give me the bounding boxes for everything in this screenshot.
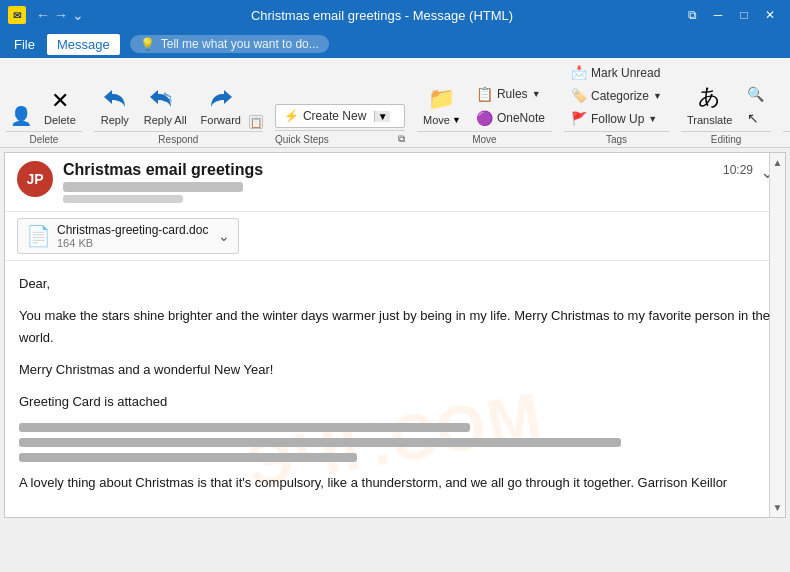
editing-small-stack: 🔍 ↖ <box>740 83 771 129</box>
menu-message[interactable]: Message <box>47 34 120 55</box>
rules-label: Rules <box>497 87 528 101</box>
create-new-label: Create New <box>303 109 366 123</box>
onenote-label: OneNote <box>497 111 545 125</box>
quick-steps-label: Quick Steps <box>275 134 329 145</box>
editing-group-label: Editing <box>681 131 771 145</box>
categorize-label: Categorize <box>591 89 649 103</box>
window-title: Christmas email greetings - Message (HTM… <box>84 8 680 23</box>
attachment-info: Christmas-greeting-card.doc 164 KB <box>57 223 208 249</box>
delete-group-label: Delete <box>6 131 82 145</box>
zoom-group-label: Zoom <box>783 131 790 145</box>
reply-icon <box>102 86 128 112</box>
title-bar: ✉ ← → ⌄ Christmas email greetings - Mess… <box>0 0 790 30</box>
email-greeting: Dear, <box>19 273 771 295</box>
app-icon: ✉ <box>8 6 26 24</box>
move-label-row: Move ▼ <box>423 114 461 126</box>
delete-icon: ✕ <box>51 90 69 112</box>
move-label: Move <box>423 114 450 126</box>
move-dropdown-icon: ▼ <box>452 115 461 125</box>
rules-icon: 📋 <box>476 86 493 102</box>
categorize-arrow: ▼ <box>653 91 662 101</box>
ribbon-group-zoom: 🔍 Zoom Zoom <box>783 62 790 145</box>
menu-bar: File Message Tell me what you want to do… <box>0 30 790 58</box>
attachment-name: Christmas-greeting-card.doc <box>57 223 208 237</box>
cursor-button[interactable]: ↖ <box>740 107 771 129</box>
follow-up-button[interactable]: 🚩 Follow Up ▼ <box>564 108 669 129</box>
delete-button[interactable]: ✕ Delete <box>38 87 82 129</box>
search-ribbon-icon: 🔍 <box>747 86 764 102</box>
ribbon-group-delete: 👤 ✕ Delete Delete <box>6 62 82 145</box>
scroll-up-arrow[interactable]: ▲ <box>771 155 785 170</box>
title-bar-nav[interactable]: ← → ⌄ <box>36 7 84 23</box>
mark-unread-button[interactable]: 📩 Mark Unread <box>564 62 669 83</box>
search-ribbon-button[interactable]: 🔍 <box>740 83 771 105</box>
menu-file[interactable]: File <box>4 34 45 55</box>
tell-me-input[interactable]: Tell me what you want to do... <box>130 35 329 53</box>
forward-label: Forward <box>201 114 241 126</box>
categorize-button[interactable]: 🏷️ Categorize ▼ <box>564 85 669 106</box>
attachment-item[interactable]: 📄 Christmas-greeting-card.doc 164 KB ⌄ <box>17 218 239 254</box>
follow-up-label: Follow Up <box>591 112 644 126</box>
onenote-button[interactable]: 🟣 OneNote <box>469 107 552 129</box>
move-icon: 📁 <box>428 86 455 112</box>
mark-unread-label: Mark Unread <box>591 66 660 80</box>
title-bar-left: ✉ ← → ⌄ <box>8 6 84 24</box>
tags-group-label: Tags <box>564 131 669 145</box>
close-button[interactable]: ✕ <box>758 5 782 25</box>
move-group-label: Move <box>417 131 552 145</box>
zoom-group-content: 🔍 Zoom <box>783 62 790 129</box>
window-controls: ⧉ ─ □ ✕ <box>680 5 782 25</box>
minimize-button[interactable]: ─ <box>706 5 730 25</box>
sender-email-blurred <box>63 182 243 192</box>
quicksteps-footer: Quick Steps ⧉ <box>275 130 405 145</box>
cursor-icon: ↖ <box>747 110 759 126</box>
rules-button[interactable]: 📋 Rules ▼ <box>469 83 552 105</box>
email-header: JP Christmas email greetings 10:29 ⌄ <box>5 153 785 212</box>
recipient-email-blurred <box>63 195 183 203</box>
blurred-line-1 <box>19 423 470 432</box>
move-button[interactable]: 📁 Move ▼ <box>417 83 467 129</box>
blurred-line-3 <box>19 453 357 462</box>
email-para2: Merry Christmas and a wonderful New Year… <box>19 359 771 381</box>
translate-label: Translate <box>687 114 732 126</box>
follow-up-icon: 🚩 <box>571 111 587 126</box>
translate-button[interactable]: あ Translate <box>681 79 738 129</box>
delete-group-content: 👤 ✕ Delete <box>6 62 82 129</box>
ribbon-group-quicksteps: ⚡ Create New ▼ Quick Steps ⧉ <box>275 62 405 145</box>
ribbon-group-editing: あ Translate 🔍 ↖ Editing <box>681 62 771 145</box>
reply-all-button[interactable]: Reply All <box>138 83 193 129</box>
zoom-button[interactable]: 🔍 Zoom <box>783 83 790 129</box>
attachment-size: 164 KB <box>57 237 208 249</box>
onenote-icon: 🟣 <box>476 110 493 126</box>
nav-more-button[interactable]: ⌄ <box>72 7 84 23</box>
ribbon-group-tags: 📩 Mark Unread 🏷️ Categorize ▼ 🚩 Follow U… <box>564 62 669 145</box>
delete-label: Delete <box>44 114 76 126</box>
blurred-line-2 <box>19 438 621 447</box>
quick-steps-box: ⚡ Create New ▼ <box>275 104 405 128</box>
email-container: JP Christmas email greetings 10:29 ⌄ 📄 C… <box>4 152 786 518</box>
quick-steps-arrow[interactable]: ▼ <box>374 111 390 122</box>
email-body: Dear, You make the stars shine brighter … <box>5 261 785 517</box>
respond-more[interactable]: 📋 <box>249 115 263 129</box>
forward-button[interactable]: Forward <box>195 83 247 129</box>
mark-unread-icon: 📩 <box>571 65 587 80</box>
email-header-info: Christmas email greetings <box>63 161 773 203</box>
lightning-icon: ⚡ <box>284 109 299 123</box>
ribbon-group-respond: Reply Reply All Forward <box>94 62 263 145</box>
create-new-step[interactable]: ⚡ Create New <box>276 105 374 127</box>
restore-button[interactable]: ⧉ <box>680 5 704 25</box>
reply-button[interactable]: Reply <box>94 83 136 129</box>
sender-avatar: JP <box>17 161 53 197</box>
move-group-content: 📁 Move ▼ 📋 Rules ▼ 🟣 OneNote <box>417 62 552 129</box>
person-button[interactable]: 👤 <box>6 103 36 129</box>
nav-forward-button[interactable]: → <box>54 7 68 23</box>
quick-steps-expand[interactable]: ⧉ <box>398 133 405 145</box>
email-para3: Greeting Card is attached <box>19 391 771 413</box>
move-small-stack: 📋 Rules ▼ 🟣 OneNote <box>469 83 552 129</box>
blurred-section <box>19 423 771 462</box>
forward-icon <box>208 86 234 112</box>
nav-back-button[interactable]: ← <box>36 7 50 23</box>
attachment-dropdown-icon[interactable]: ⌄ <box>218 228 230 244</box>
rules-arrow: ▼ <box>532 89 541 99</box>
maximize-button[interactable]: □ <box>732 5 756 25</box>
